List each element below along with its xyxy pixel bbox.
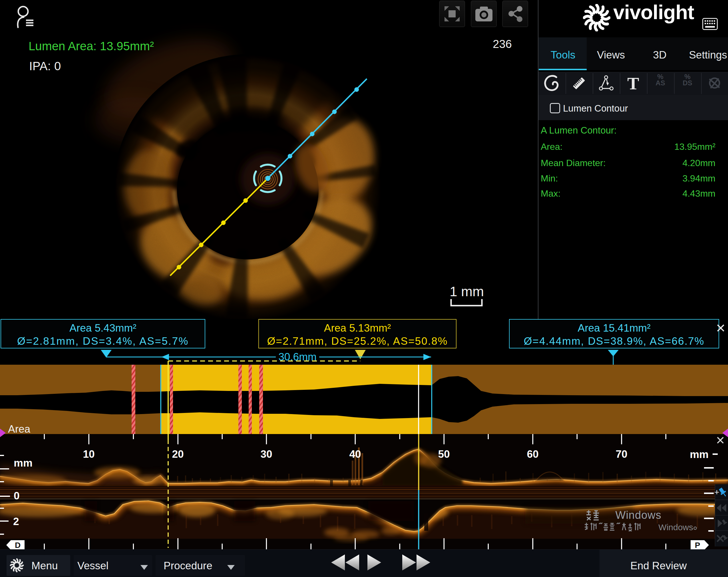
svg-text:70: 70 [616,448,627,460]
svg-text:30: 30 [260,448,272,460]
svg-text:50: 50 [438,448,450,460]
svg-text:Area: Area [8,423,30,435]
svg-text:D: D [15,541,21,549]
svg-text:P: P [695,541,700,549]
svg-text:1 mm: 1 mm [450,284,484,299]
svg-text:2: 2 [13,516,19,527]
svg-text:40: 40 [349,448,361,460]
svg-text:10: 10 [83,448,95,460]
svg-text:0: 0 [14,490,20,502]
svg-text:mm: mm [690,448,709,460]
svg-text:+: + [714,487,720,497]
svg-text:20: 20 [172,448,184,460]
svg-text:mm: mm [14,457,32,469]
svg-text:60: 60 [527,448,539,460]
